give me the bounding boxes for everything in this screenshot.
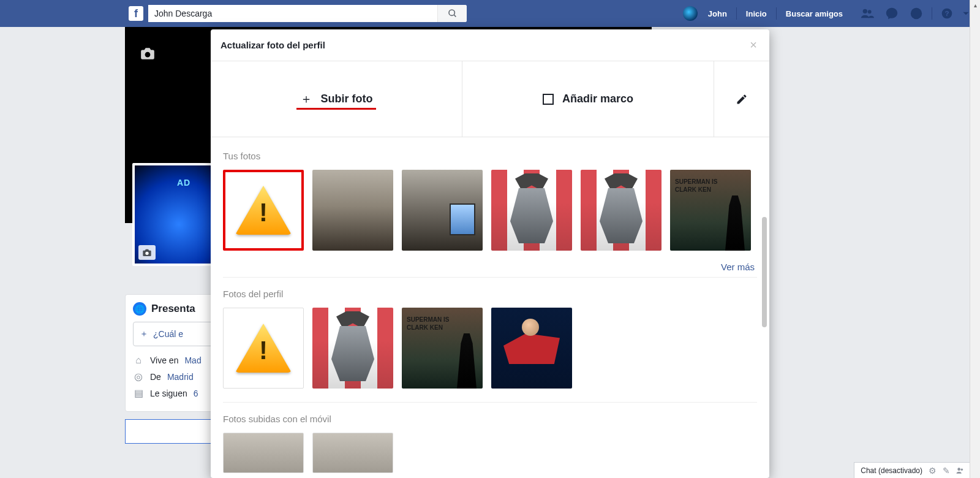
photo-thumb[interactable] — [223, 308, 304, 389]
photo-thumb[interactable] — [670, 170, 751, 251]
photo-thumb[interactable] — [312, 433, 393, 473]
section-profile-photos-title: Fotos del perfil — [223, 289, 757, 299]
pencil-icon — [736, 93, 748, 105]
divider — [223, 402, 757, 403]
annotation-underline — [296, 108, 376, 110]
modal-header: Actualizar foto del perfil × — [211, 29, 769, 61]
modal-overlay: Actualizar foto del perfil × ＋ Subir fot… — [0, 0, 980, 478]
tab-edit[interactable] — [714, 61, 769, 137]
mobile-photos-grid — [223, 433, 757, 473]
chat-label: Chat (desactivado) — [861, 466, 922, 475]
photo-thumb[interactable] — [491, 170, 572, 251]
see-more-link[interactable]: Ver más — [223, 262, 755, 272]
svg-point-9 — [957, 468, 960, 471]
photo-thumb[interactable] — [312, 170, 393, 251]
divider — [223, 277, 757, 278]
update-profile-photo-modal: Actualizar foto del perfil × ＋ Subir fot… — [211, 29, 769, 478]
photo-thumb[interactable] — [402, 170, 483, 251]
section-your-photos-title: Tus fotos — [223, 151, 757, 161]
photo-thumb[interactable] — [223, 433, 304, 473]
section-mobile-photos-title: Fotos subidas con el móvil — [223, 414, 757, 424]
svg-point-10 — [961, 468, 963, 471]
profile-photos-grid — [223, 308, 757, 389]
tab-upload-photo[interactable]: ＋ Subir foto — [211, 61, 462, 137]
photo-thumb[interactable] — [581, 170, 662, 251]
tab-add-frame[interactable]: Añadir marco — [462, 61, 714, 137]
photo-thumb[interactable] — [223, 170, 304, 251]
photo-thumb[interactable] — [312, 308, 393, 389]
modal-title: Actualizar foto del perfil — [221, 40, 325, 50]
scrollbar-thumb[interactable] — [762, 217, 767, 327]
modal-tabs: ＋ Subir foto Añadir marco — [211, 61, 769, 137]
scroll-up-icon[interactable]: ▴ — [970, 0, 980, 10]
compose-icon[interactable]: ✎ — [943, 466, 950, 476]
people-icon[interactable] — [956, 466, 965, 475]
chat-bar[interactable]: Chat (desactivado) ⚙ ✎ — [854, 462, 971, 478]
tab-upload-label: Subir foto — [321, 93, 373, 105]
photo-thumb[interactable] — [402, 308, 483, 389]
close-icon[interactable]: × — [747, 38, 760, 52]
your-photos-grid — [223, 170, 757, 251]
photo-thumb[interactable] — [491, 308, 572, 389]
gear-icon[interactable]: ⚙ — [929, 466, 937, 476]
modal-body: Tus fotos Ver más Fotos del perfil Fotos… — [211, 137, 769, 478]
tab-frame-label: Añadir marco — [562, 93, 633, 105]
window-scrollbar[interactable]: ▴ — [970, 0, 980, 478]
plus-icon: ＋ — [300, 91, 312, 107]
frame-icon — [543, 94, 554, 105]
